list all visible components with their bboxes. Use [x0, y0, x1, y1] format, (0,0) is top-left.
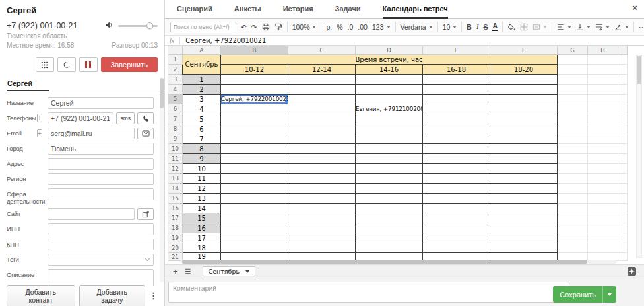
column-header-H[interactable]: H: [588, 46, 618, 55]
grid-cell[interactable]: [356, 134, 423, 144]
cell[interactable]: [558, 213, 588, 223]
save-button[interactable]: Сохранить: [553, 286, 616, 303]
grid-cell[interactable]: [490, 164, 558, 174]
speaker-icon[interactable]: [105, 21, 113, 30]
cell[interactable]: [558, 174, 588, 184]
day-cell[interactable]: 4: [183, 104, 221, 114]
grid-cell[interactable]: [423, 154, 490, 164]
sms-button[interactable]: sms: [116, 112, 135, 124]
grid-cell[interactable]: [288, 95, 356, 104]
cell[interactable]: [588, 65, 618, 75]
slot-header[interactable]: 18-20: [490, 65, 558, 75]
row-header[interactable]: 8: [168, 124, 183, 134]
cell[interactable]: [588, 144, 618, 154]
row-header[interactable]: 13: [168, 174, 183, 184]
grid-cell[interactable]: [288, 213, 356, 223]
grid-cell[interactable]: [356, 204, 423, 213]
grid-cell[interactable]: [356, 75, 423, 85]
grid-cell[interactable]: [221, 134, 288, 144]
name-field[interactable]: [48, 97, 154, 109]
grid-cell[interactable]: [356, 213, 423, 223]
grid-cell[interactable]: [423, 104, 490, 114]
cell[interactable]: [558, 154, 588, 164]
grid-cell[interactable]: [423, 134, 490, 144]
row-header[interactable]: 21: [168, 253, 183, 261]
cell[interactable]: [618, 233, 628, 243]
end-call-button[interactable]: Завершить: [101, 57, 158, 72]
cell[interactable]: [618, 243, 628, 253]
increase-decimal-button[interactable]: .00: [358, 23, 368, 31]
grid-cell[interactable]: [221, 204, 288, 213]
explore-icon[interactable]: [628, 267, 636, 276]
grid-cell[interactable]: [221, 194, 288, 204]
row-header[interactable]: 18: [168, 223, 183, 233]
day-cell[interactable]: 10: [183, 164, 221, 174]
merge-cells-icon[interactable]: [532, 23, 547, 31]
add-phone-icon[interactable]: +: [37, 114, 42, 122]
cell[interactable]: [558, 164, 588, 174]
cell[interactable]: [558, 75, 588, 85]
grid-cell[interactable]: [221, 233, 288, 243]
row-header[interactable]: 20: [168, 243, 183, 253]
font-size-select[interactable]: 10: [443, 23, 457, 31]
grid-cell[interactable]: [423, 184, 490, 194]
grid-cell[interactable]: [356, 114, 423, 124]
font-select[interactable]: Verdana: [401, 23, 433, 31]
grid-cell[interactable]: [288, 243, 356, 253]
row-header[interactable]: 15: [168, 194, 183, 204]
grid-cell[interactable]: [356, 164, 423, 174]
text-rotation-icon[interactable]: [614, 23, 629, 31]
grid-cell[interactable]: [356, 243, 423, 253]
fill-color-icon[interactable]: [507, 23, 515, 31]
grid-cell[interactable]: [423, 213, 490, 223]
day-cell[interactable]: 11: [183, 174, 221, 184]
strikethrough-button[interactable]: S: [483, 23, 488, 31]
row-header[interactable]: 1: [168, 55, 183, 65]
cell[interactable]: [588, 233, 618, 243]
cell[interactable]: [588, 243, 618, 253]
grid-cell[interactable]: [288, 114, 356, 124]
cell[interactable]: [618, 104, 628, 114]
grid-cell[interactable]: [356, 154, 423, 164]
day-cell[interactable]: 14: [183, 204, 221, 213]
grid-cell[interactable]: [490, 134, 558, 144]
cell[interactable]: [618, 194, 628, 204]
row-header[interactable]: 9: [168, 134, 183, 144]
close-icon[interactable]: ×: [632, 3, 637, 13]
grid-cell[interactable]: [288, 194, 356, 204]
tab-0[interactable]: Сценарий: [177, 0, 212, 19]
grid-cell[interactable]: [490, 124, 558, 134]
cell[interactable]: [558, 55, 588, 65]
more-formats-button[interactable]: 123: [372, 23, 391, 31]
cell[interactable]: [588, 85, 618, 95]
grid-cell[interactable]: [423, 194, 490, 204]
city-field[interactable]: [48, 143, 154, 155]
print-icon[interactable]: [262, 23, 270, 31]
cell[interactable]: [618, 95, 628, 104]
grid-cell[interactable]: [288, 134, 356, 144]
call-button[interactable]: [137, 112, 154, 124]
day-cell[interactable]: 15: [183, 213, 221, 223]
cell[interactable]: [558, 194, 588, 204]
cell[interactable]: [588, 174, 618, 184]
grid-cell[interactable]: [490, 174, 558, 184]
grid-cell[interactable]: [423, 174, 490, 184]
grid-cell[interactable]: [490, 204, 558, 213]
grid-cell[interactable]: [423, 233, 490, 243]
grid-cell[interactable]: [288, 223, 356, 233]
open-site-button[interactable]: [137, 208, 154, 220]
row-header[interactable]: 12: [168, 164, 183, 174]
cell[interactable]: [558, 223, 588, 233]
grid-cell[interactable]: [221, 114, 288, 124]
horizontal-align-icon[interactable]: [557, 23, 571, 31]
comment-input[interactable]: [168, 282, 569, 303]
format-percent-button[interactable]: %: [337, 23, 342, 31]
volume-slider[interactable]: [118, 25, 158, 27]
scrollbar-thumb[interactable]: [182, 260, 587, 264]
zoom-select[interactable]: 100%: [292, 23, 317, 31]
grid-cell[interactable]: [423, 223, 490, 233]
pause-call-button[interactable]: [79, 57, 98, 72]
grid-cell[interactable]: [288, 124, 356, 134]
grid-cell[interactable]: [490, 213, 558, 223]
slot-header[interactable]: 16-18: [423, 65, 490, 75]
